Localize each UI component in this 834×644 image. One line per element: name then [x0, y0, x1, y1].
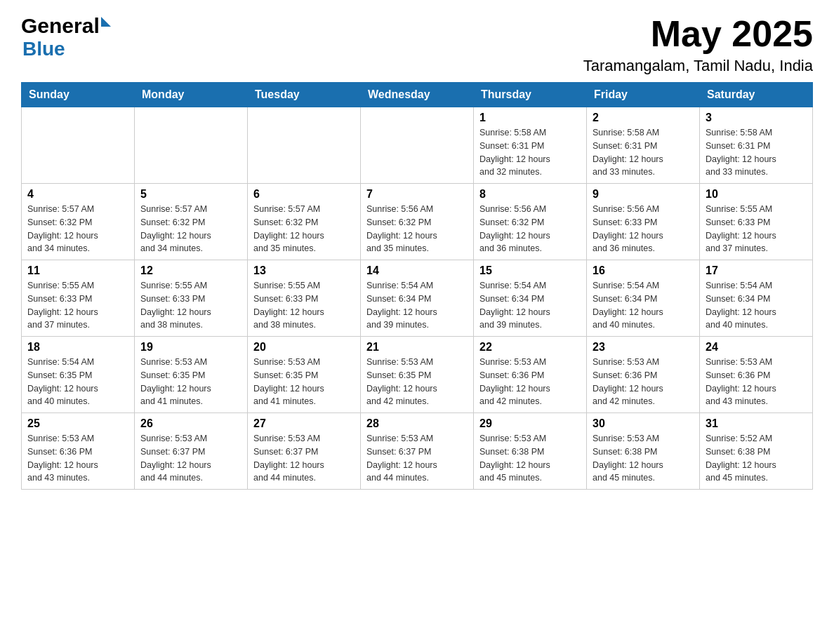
day-number: 20 — [253, 341, 355, 354]
day-info: Sunrise: 5:58 AM Sunset: 6:31 PM Dayligh… — [593, 126, 694, 179]
calendar-day-14: 14Sunrise: 5:54 AM Sunset: 6:34 PM Dayli… — [361, 260, 474, 337]
day-number: 19 — [140, 341, 241, 354]
day-info: Sunrise: 5:56 AM Sunset: 6:32 PM Dayligh… — [479, 203, 581, 255]
day-info: Sunrise: 5:56 AM Sunset: 6:33 PM Dayligh… — [593, 203, 694, 255]
logo-text-blue: Blue — [22, 38, 65, 60]
day-number: 7 — [366, 188, 468, 201]
calendar-empty-cell — [248, 107, 361, 184]
calendar-week-row: 1Sunrise: 5:58 AM Sunset: 6:31 PM Daylig… — [22, 107, 813, 184]
calendar-day-30: 30Sunrise: 5:53 AM Sunset: 6:38 PM Dayli… — [587, 413, 700, 490]
calendar-day-24: 24Sunrise: 5:53 AM Sunset: 6:36 PM Dayli… — [700, 337, 813, 413]
day-info: Sunrise: 5:55 AM Sunset: 6:33 PM Dayligh… — [140, 279, 241, 332]
day-info: Sunrise: 5:56 AM Sunset: 6:32 PM Dayligh… — [366, 203, 468, 255]
day-info: Sunrise: 5:53 AM Sunset: 6:35 PM Dayligh… — [253, 356, 355, 408]
calendar-header-monday: Monday — [135, 83, 248, 107]
calendar-header-friday: Friday — [587, 83, 700, 107]
day-number: 9 — [593, 188, 694, 201]
day-info: Sunrise: 5:53 AM Sunset: 6:38 PM Dayligh… — [479, 432, 581, 485]
calendar-header-saturday: Saturday — [700, 83, 813, 107]
calendar-header-wednesday: Wednesday — [361, 83, 474, 107]
day-number: 13 — [253, 264, 355, 277]
calendar-week-row: 25Sunrise: 5:53 AM Sunset: 6:36 PM Dayli… — [22, 413, 813, 490]
day-info: Sunrise: 5:58 AM Sunset: 6:31 PM Dayligh… — [706, 126, 807, 179]
logo: General Blue — [21, 14, 111, 60]
day-number: 24 — [706, 341, 807, 354]
day-number: 27 — [253, 417, 355, 430]
calendar-day-5: 5Sunrise: 5:57 AM Sunset: 6:32 PM Daylig… — [135, 184, 248, 260]
day-number: 8 — [479, 188, 581, 201]
day-info: Sunrise: 5:54 AM Sunset: 6:34 PM Dayligh… — [593, 279, 694, 332]
calendar-day-20: 20Sunrise: 5:53 AM Sunset: 6:35 PM Dayli… — [248, 337, 361, 413]
day-number: 15 — [479, 264, 581, 277]
calendar-day-18: 18Sunrise: 5:54 AM Sunset: 6:35 PM Dayli… — [22, 337, 135, 413]
calendar-day-6: 6Sunrise: 5:57 AM Sunset: 6:32 PM Daylig… — [248, 184, 361, 260]
calendar-header-sunday: Sunday — [22, 83, 135, 107]
calendar-day-12: 12Sunrise: 5:55 AM Sunset: 6:33 PM Dayli… — [135, 260, 248, 337]
calendar-day-7: 7Sunrise: 5:56 AM Sunset: 6:32 PM Daylig… — [361, 184, 474, 260]
day-info: Sunrise: 5:53 AM Sunset: 6:36 PM Dayligh… — [706, 356, 807, 408]
day-number: 28 — [366, 417, 468, 430]
day-number: 17 — [706, 264, 807, 277]
day-number: 1 — [479, 112, 581, 124]
day-info: Sunrise: 5:57 AM Sunset: 6:32 PM Dayligh… — [253, 203, 355, 255]
calendar-day-17: 17Sunrise: 5:54 AM Sunset: 6:34 PM Dayli… — [700, 260, 813, 337]
logo-text-general: General — [21, 14, 100, 38]
calendar-week-row: 11Sunrise: 5:55 AM Sunset: 6:33 PM Dayli… — [22, 260, 813, 337]
calendar-day-10: 10Sunrise: 5:55 AM Sunset: 6:33 PM Dayli… — [700, 184, 813, 260]
day-number: 4 — [27, 188, 128, 201]
day-number: 21 — [366, 341, 468, 354]
day-info: Sunrise: 5:55 AM Sunset: 6:33 PM Dayligh… — [27, 279, 128, 332]
main-title: May 2025 — [583, 14, 813, 54]
subtitle: Taramangalam, Tamil Nadu, India — [583, 57, 813, 75]
calendar-day-1: 1Sunrise: 5:58 AM Sunset: 6:31 PM Daylig… — [474, 107, 587, 184]
calendar-day-23: 23Sunrise: 5:53 AM Sunset: 6:36 PM Dayli… — [587, 337, 700, 413]
calendar-day-13: 13Sunrise: 5:55 AM Sunset: 6:33 PM Dayli… — [248, 260, 361, 337]
calendar-day-4: 4Sunrise: 5:57 AM Sunset: 6:32 PM Daylig… — [22, 184, 135, 260]
calendar-header-row: SundayMondayTuesdayWednesdayThursdayFrid… — [22, 83, 813, 107]
calendar-empty-cell — [361, 107, 474, 184]
day-info: Sunrise: 5:53 AM Sunset: 6:36 PM Dayligh… — [479, 356, 581, 408]
calendar-day-27: 27Sunrise: 5:53 AM Sunset: 6:37 PM Dayli… — [248, 413, 361, 490]
day-number: 3 — [706, 112, 807, 124]
calendar-day-15: 15Sunrise: 5:54 AM Sunset: 6:34 PM Dayli… — [474, 260, 587, 337]
calendar-day-9: 9Sunrise: 5:56 AM Sunset: 6:33 PM Daylig… — [587, 184, 700, 260]
day-number: 5 — [140, 188, 241, 201]
logo-triangle-icon — [101, 17, 111, 27]
calendar-table: SundayMondayTuesdayWednesdayThursdayFrid… — [21, 82, 813, 490]
day-number: 6 — [253, 188, 355, 201]
calendar-day-2: 2Sunrise: 5:58 AM Sunset: 6:31 PM Daylig… — [587, 107, 700, 184]
day-info: Sunrise: 5:58 AM Sunset: 6:31 PM Dayligh… — [479, 126, 581, 179]
day-info: Sunrise: 5:53 AM Sunset: 6:37 PM Dayligh… — [253, 432, 355, 485]
calendar-day-25: 25Sunrise: 5:53 AM Sunset: 6:36 PM Dayli… — [22, 413, 135, 490]
day-number: 22 — [479, 341, 581, 354]
day-info: Sunrise: 5:53 AM Sunset: 6:37 PM Dayligh… — [366, 432, 468, 485]
day-number: 31 — [706, 417, 807, 430]
day-info: Sunrise: 5:53 AM Sunset: 6:35 PM Dayligh… — [140, 356, 241, 408]
day-number: 26 — [140, 417, 241, 430]
day-number: 23 — [593, 341, 694, 354]
calendar-header-tuesday: Tuesday — [248, 83, 361, 107]
day-number: 2 — [593, 112, 694, 124]
day-number: 30 — [593, 417, 694, 430]
calendar-day-22: 22Sunrise: 5:53 AM Sunset: 6:36 PM Dayli… — [474, 337, 587, 413]
day-info: Sunrise: 5:53 AM Sunset: 6:37 PM Dayligh… — [140, 432, 241, 485]
day-info: Sunrise: 5:52 AM Sunset: 6:38 PM Dayligh… — [706, 432, 807, 485]
day-info: Sunrise: 5:55 AM Sunset: 6:33 PM Dayligh… — [253, 279, 355, 332]
day-info: Sunrise: 5:54 AM Sunset: 6:34 PM Dayligh… — [706, 279, 807, 332]
calendar-week-row: 4Sunrise: 5:57 AM Sunset: 6:32 PM Daylig… — [22, 184, 813, 260]
day-number: 16 — [593, 264, 694, 277]
day-info: Sunrise: 5:54 AM Sunset: 6:34 PM Dayligh… — [366, 279, 468, 332]
day-number: 12 — [140, 264, 241, 277]
calendar-day-26: 26Sunrise: 5:53 AM Sunset: 6:37 PM Dayli… — [135, 413, 248, 490]
calendar-week-row: 18Sunrise: 5:54 AM Sunset: 6:35 PM Dayli… — [22, 337, 813, 413]
calendar-header-thursday: Thursday — [474, 83, 587, 107]
calendar-day-28: 28Sunrise: 5:53 AM Sunset: 6:37 PM Dayli… — [361, 413, 474, 490]
calendar-day-29: 29Sunrise: 5:53 AM Sunset: 6:38 PM Dayli… — [474, 413, 587, 490]
day-info: Sunrise: 5:53 AM Sunset: 6:38 PM Dayligh… — [593, 432, 694, 485]
calendar-day-19: 19Sunrise: 5:53 AM Sunset: 6:35 PM Dayli… — [135, 337, 248, 413]
page-header: General Blue May 2025 Taramangalam, Tami… — [21, 14, 813, 75]
day-number: 14 — [366, 264, 468, 277]
calendar-day-21: 21Sunrise: 5:53 AM Sunset: 6:35 PM Dayli… — [361, 337, 474, 413]
day-number: 11 — [27, 264, 128, 277]
day-number: 10 — [706, 188, 807, 201]
